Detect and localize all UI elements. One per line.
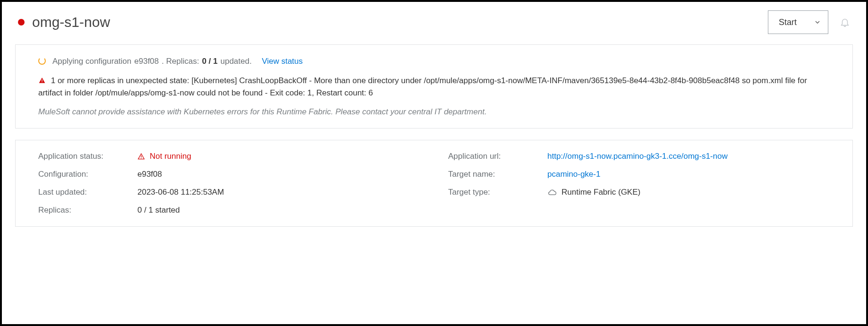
error-message: 1 or more replicas in unexpected state: … [38, 75, 830, 100]
warning-icon [38, 77, 46, 84]
app-url-label: Application url: [448, 152, 547, 161]
app-status-label: Application status: [38, 152, 137, 161]
spinner-icon [38, 57, 46, 65]
notifications-icon[interactable] [840, 17, 850, 27]
error-note: MuleSoft cannot provide assistance with … [38, 107, 830, 117]
config-status-replicas-count: 0 / 1 [202, 57, 218, 66]
error-lead: 1 or more replicas in unexpected state: [51, 76, 192, 85]
replicas-label: Replicas: [38, 206, 137, 215]
config-status-line: Applying configuration e93f08 . Replicas… [38, 56, 830, 66]
config-status-replicas-label: . Replicas: [162, 57, 199, 66]
target-type-value: Runtime Fabric (GKE) [562, 188, 640, 197]
view-status-link[interactable]: View status [262, 57, 303, 66]
last-updated-value: 2023-06-08 11:25:53AM [137, 188, 224, 197]
start-dropdown-button[interactable] [807, 11, 828, 34]
warning-outline-icon [137, 153, 145, 160]
last-updated-label: Last updated: [38, 188, 137, 197]
chevron-down-icon [814, 18, 821, 26]
svg-rect-3 [141, 158, 141, 158]
app-url-link[interactable]: http://omg-s1-now.pcamino-gk3-1.cce/omg-… [547, 152, 728, 161]
configuration-value: e93f08 [137, 170, 162, 179]
details-card: Application status: Not running Configur… [15, 140, 853, 227]
replicas-value: 0 / 1 started [137, 206, 180, 215]
page-header: omg-s1-now Start [15, 10, 853, 34]
status-card: Applying configuration e93f08 . Replicas… [15, 44, 853, 129]
config-status-prefix: Applying configuration [52, 57, 131, 66]
config-status-id: e93f08 [134, 57, 159, 66]
cloud-icon [547, 189, 557, 196]
start-button[interactable]: Start [768, 11, 807, 34]
app-title: omg-s1-now [32, 14, 110, 30]
configuration-label: Configuration: [38, 170, 137, 179]
status-dot-icon [18, 19, 25, 26]
target-name-link[interactable]: pcamino-gke-1 [547, 170, 600, 179]
svg-rect-2 [141, 155, 141, 157]
svg-rect-0 [42, 79, 42, 81]
start-button-group: Start [768, 10, 828, 34]
svg-rect-1 [42, 82, 42, 82]
target-name-label: Target name: [448, 170, 547, 179]
config-status-replicas-suffix: updated. [221, 57, 252, 66]
target-type-label: Target type: [448, 188, 547, 197]
app-status-value: Not running [150, 152, 191, 161]
